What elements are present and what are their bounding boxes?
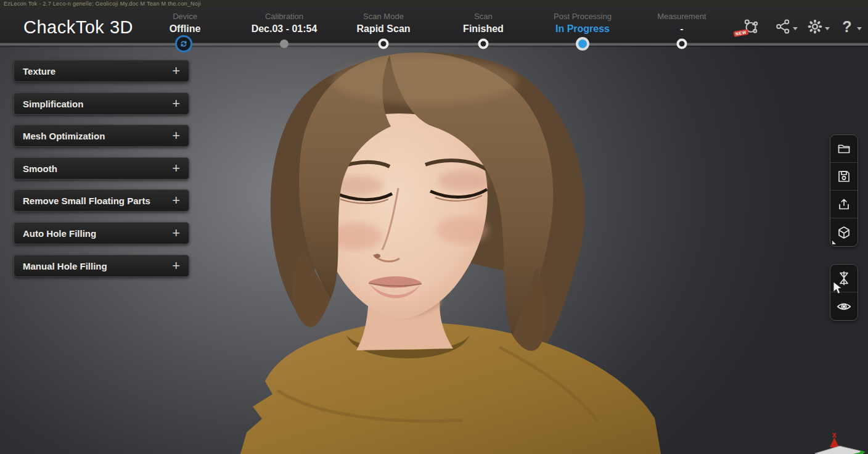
- settings-icon[interactable]: [804, 15, 826, 38]
- help-icon[interactable]: ?: [836, 15, 858, 38]
- expand-plus-icon[interactable]: +: [172, 64, 180, 78]
- expand-plus-icon[interactable]: +: [172, 194, 180, 207]
- panel-remove-small-floating-parts[interactable]: Remove Small Floating Parts +: [14, 189, 189, 212]
- panel-smooth-label: Smooth: [23, 163, 57, 174]
- panel-simplification[interactable]: Simplification +: [14, 93, 189, 115]
- model-cube-icon[interactable]: [830, 218, 858, 246]
- updates-icon[interactable]: NEW: [740, 15, 762, 38]
- step-dot-scan: [478, 39, 489, 49]
- header-action-icons: NEW ?: [740, 15, 858, 38]
- step-dot-calibration: [280, 39, 289, 48]
- expand-plus-icon[interactable]: +: [172, 129, 180, 142]
- 3d-viewport[interactable]: Texture + Simplification + Mesh Optimiza…: [0, 45, 868, 454]
- step-dot-measurement: [677, 39, 687, 49]
- export-icon[interactable]: [830, 191, 858, 218]
- app-logo: ChackTok 3D: [23, 17, 133, 38]
- share-icon[interactable]: [772, 15, 794, 38]
- app-window: EzLecon Tok - 2.7 Leco-n genelle: Geolic…: [0, 0, 868, 454]
- step-measurement-value: -: [623, 23, 740, 35]
- expand-plus-icon[interactable]: +: [172, 162, 180, 175]
- file-toolbar: [830, 134, 858, 247]
- panel-texture-label: Texture: [23, 66, 55, 76]
- panel-smooth[interactable]: Smooth +: [14, 157, 189, 180]
- panel-auto-hole-filling-label: Auto Hole Filling: [23, 228, 96, 239]
- step-measurement: Measurement -: [623, 12, 740, 35]
- window-titlebar: EzLecon Tok - 2.7 Leco-n genelle: Geolic…: [0, 0, 868, 8]
- step-dot-device: [175, 35, 192, 52]
- panel-mesh-optimization[interactable]: Mesh Optimization +: [14, 125, 189, 147]
- panel-auto-hole-filling[interactable]: Auto Hole Filling +: [14, 222, 189, 244]
- flyout-corner-icon: [832, 241, 836, 244]
- panel-remove-small-floating-parts-label: Remove Small Floating Parts: [23, 196, 150, 206]
- visibility-eye-icon[interactable]: [830, 292, 858, 320]
- panel-texture[interactable]: Texture +: [14, 60, 189, 82]
- save-icon[interactable]: [830, 163, 858, 191]
- progress-timeline: [0, 43, 868, 46]
- panel-manual-hole-filling[interactable]: Manual Hole Filling +: [14, 255, 189, 277]
- step-dot-scan-mode: [379, 39, 389, 49]
- expand-plus-icon[interactable]: +: [172, 226, 180, 240]
- open-folder-icon[interactable]: [830, 135, 858, 163]
- header-bar: ChackTok 3D Device Offline Calibration D…: [0, 8, 868, 43]
- axis-gizmo: [809, 413, 868, 454]
- panel-mesh-optimization-label: Mesh Optimization: [23, 131, 105, 141]
- step-dot-post-processing: [576, 37, 589, 51]
- expand-plus-icon[interactable]: +: [172, 97, 180, 110]
- panel-manual-hole-filling-label: Manual Hole Filling: [23, 261, 107, 271]
- model-3d-woman: [203, 45, 672, 454]
- step-measurement-label: Measurement: [623, 12, 740, 21]
- expand-plus-icon[interactable]: +: [172, 259, 180, 273]
- mouse-cursor: [833, 281, 843, 295]
- panel-simplification-label: Simplification: [23, 99, 83, 109]
